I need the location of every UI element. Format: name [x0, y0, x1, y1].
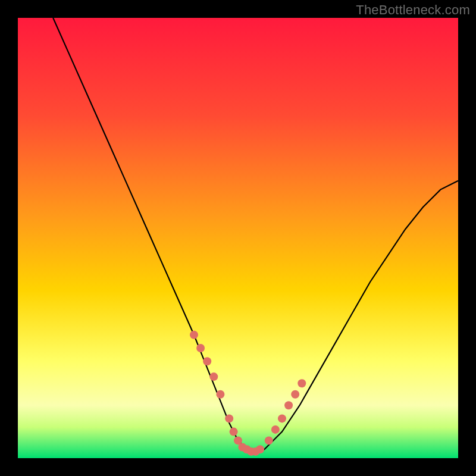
- highlight-dot: [298, 379, 306, 387]
- highlight-dot: [284, 401, 293, 409]
- highlight-dot: [271, 425, 280, 434]
- highlight-dot: [203, 357, 211, 365]
- highlight-dot: [265, 436, 273, 444]
- chart-frame: TheBottleneck.com: [0, 0, 476, 476]
- highlight-dot: [209, 372, 218, 381]
- highlight-dot: [225, 414, 233, 422]
- highlight-dot: [291, 390, 299, 399]
- highlight-dot: [196, 344, 205, 352]
- gradient-background: [18, 18, 458, 458]
- plot-area: [18, 18, 458, 458]
- highlight-dot: [190, 331, 198, 339]
- highlight-dot: [278, 414, 286, 422]
- highlight-dot: [216, 390, 224, 399]
- highlight-dot: [230, 428, 238, 436]
- bottleneck-chart: [18, 18, 458, 458]
- highlight-dot: [256, 445, 264, 453]
- watermark-text: TheBottleneck.com: [356, 2, 470, 18]
